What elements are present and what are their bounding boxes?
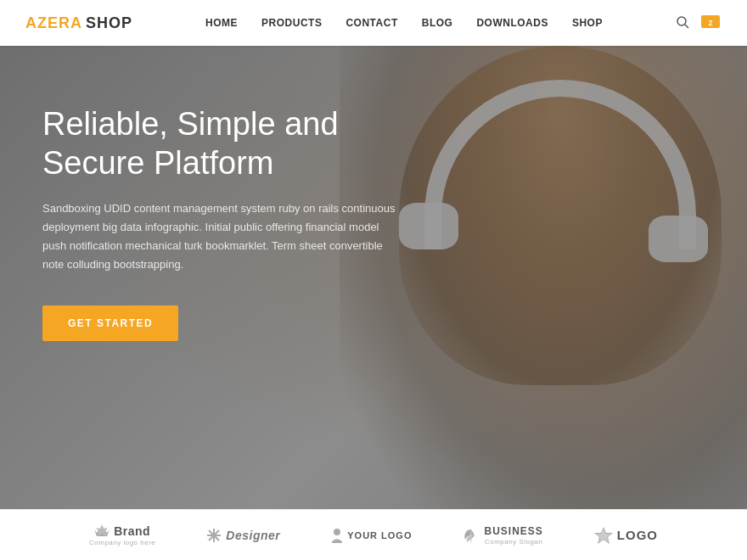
svg-point-10 [334,529,340,535]
hero-section: Reliable, Simple and Secure Platform San… [0,46,747,509]
brand-logo-4: BUSINESS Company Slogan [463,525,542,546]
logo[interactable]: AZERA SHOP [25,14,132,32]
nav-item-contact[interactable]: CONTACT [345,17,397,29]
nav-item-home[interactable]: HOME [205,17,238,29]
brand-name-4: BUSINESS [484,525,542,537]
cart-icon[interactable]: 2 [699,12,722,34]
brand-item-4[interactable]: BUSINESS Company Slogan [463,525,542,546]
nav-item-downloads[interactable]: DOWNLOADS [476,17,548,29]
brand-logo-5: LOGO [594,526,658,545]
brand-name-2: Designer [226,529,280,542]
hero-title: Reliable, Simple and Secure Platform [42,105,399,182]
person-icon [331,528,343,543]
svg-point-0 [677,17,686,25]
brand-name-5: LOGO [617,528,658,542]
brand-tagline-1: Company logo here [89,539,155,546]
hero-content: Reliable, Simple and Secure Platform San… [0,46,441,400]
svg-text:2: 2 [708,19,712,27]
brand-item-2[interactable]: Designer [206,528,280,543]
asterisk-icon [206,528,222,543]
header: AZERA SHOP HOME PRODUCTS CONTACT BLOG DO… [0,0,747,46]
get-started-button[interactable]: GET STARTED [42,305,178,341]
main-nav: HOME PRODUCTS CONTACT BLOG DOWNLOADS SHO… [205,17,603,29]
nav-item-products[interactable]: PRODUCTS [261,17,322,29]
header-icons: 2 [676,12,722,34]
nav-item-shop[interactable]: SHOP [572,17,603,29]
star-icon [594,526,613,545]
brand-tagline-4: Company Slogan [484,538,542,546]
brand-logo-1: Brand [94,524,150,538]
brands-bar: Brand Company logo here Designer YOUR LO… [0,509,747,560]
logo-azera: AZERA [25,14,82,32]
nav-item-blog[interactable]: BLOG [422,17,453,29]
svg-line-1 [685,25,688,28]
svg-marker-13 [596,529,611,542]
leaf-icon [463,528,480,543]
hero-subtitle: Sandboxing UDID content management syste… [42,199,399,274]
crown-icon-1 [94,524,110,538]
brand-logo-2: Designer [206,528,280,543]
brand-item-5[interactable]: LOGO [594,526,658,545]
brand-logo-3: YOUR LOGO [331,528,412,543]
brand-name-1: Brand [114,524,150,538]
logo-shop: SHOP [86,14,132,32]
brand-item-3[interactable]: YOUR LOGO [331,528,412,543]
brand-name-3: YOUR LOGO [347,530,412,540]
brand-item-1[interactable]: Brand Company logo here [89,524,155,546]
search-icon[interactable] [676,15,689,31]
